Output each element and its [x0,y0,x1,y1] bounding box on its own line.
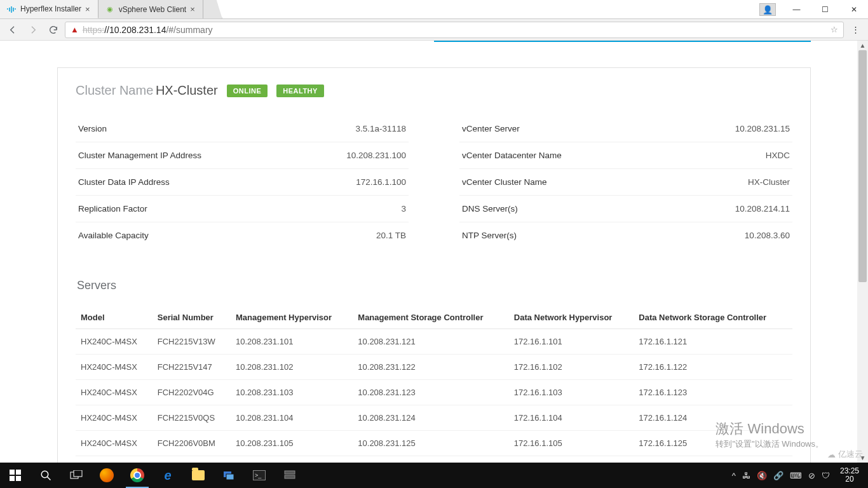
summary-row: NTP Server(s)10.208.3.60 [459,222,792,248]
block-icon[interactable]: ⊘ [808,471,815,480]
column-header: Management Storage Controller [353,306,509,329]
svg-rect-9 [226,474,234,480]
summary-row: Replication Factor3 [76,196,409,222]
scrollbar[interactable]: ▲ ▼ [857,41,868,463]
summary-column-right: vCenter Server10.208.231.15vCenter Datac… [459,116,792,248]
taskbar-app-2[interactable] [275,463,305,488]
table-row: HX240C-M4SXFCH2215V14710.208.231.10210.2… [76,355,792,380]
column-header: Data Network Hypervisor [509,306,634,329]
clock[interactable]: 23:25 20 [836,467,863,484]
cluster-label: Cluster Name HX-Cluster [76,83,218,98]
back-button[interactable] [4,21,22,39]
svg-rect-11 [285,475,295,478]
svg-rect-10 [285,471,295,474]
search-button[interactable] [31,463,61,488]
cisco-icon: ·ı|ı· [6,4,17,14]
system-tray[interactable]: ^ 🖧 🔇 🔗 ⌨ ⊘ 🛡 23:25 20 [727,467,868,484]
cell: 172.16.1.101 [509,329,634,355]
address-bar: ▲ https://10.208.231.14/#/summary ☆ ⋮ [0,19,868,41]
cell: 172.16.1.124 [634,405,792,431]
servers-heading: Servers [77,279,792,292]
taskbar-firefox[interactable] [92,463,122,488]
warning-icon: ▲ [71,25,79,34]
taskbar-explorer[interactable] [183,463,214,488]
summary-row: vCenter Server10.208.231.15 [459,116,792,142]
summary-key: DNS Server(s) [462,204,518,214]
cloud-icon: ☁ [827,450,836,459]
new-tab-button[interactable] [203,0,222,18]
cell: FCH2206V0BM [153,431,231,456]
forward-button[interactable] [24,21,42,39]
progress-indicator [434,41,811,42]
close-icon[interactable]: × [85,4,90,14]
cell: 172.16.1.122 [634,355,792,380]
cell: 172.16.1.123 [634,380,792,405]
summary-key: vCenter Datacenter Name [462,151,562,160]
health-badge: HEALTHY [276,85,324,97]
tab-vsphere[interactable]: ◉ vSphere Web Client × [98,0,203,18]
taskbar: e >_ ^ 🖧 🔇 🔗 ⌨ ⊘ 🛡 23:25 20 [0,463,868,488]
summary-column-left: Version3.5.1a-31118Cluster Management IP… [76,116,409,248]
link-icon[interactable]: 🔗 [773,471,783,480]
bookmark-icon[interactable]: ☆ [831,25,838,34]
cell: HX240C-M4SX [76,431,153,456]
cell: HX240C-M4SX [76,405,153,431]
close-icon[interactable]: × [190,4,195,14]
tab-hyperflex[interactable]: ·ı|ı· Hyperflex Installer × [0,0,98,18]
summary-row: Version3.5.1a-31118 [76,116,409,142]
cell: 10.208.231.123 [353,380,509,405]
summary-value: HX-Cluster [748,177,790,187]
network-icon[interactable]: 🖧 [742,471,750,480]
taskbar-app-1[interactable] [214,463,244,488]
cluster-header: Cluster Name HX-Cluster ONLINE HEALTHY [76,83,792,98]
scroll-up-icon[interactable]: ▲ [857,41,868,50]
cell: 10.208.231.101 [231,329,353,355]
ie-icon: e [164,468,171,483]
cell: 10.208.231.121 [353,329,509,355]
cell: 172.16.1.103 [509,380,634,405]
column-header: Serial Number [153,306,231,329]
summary-key: Replication Factor [78,204,147,214]
shield-icon[interactable]: 🛡 [822,471,830,480]
summary-value: 172.16.1.100 [356,177,406,187]
cell: 172.16.1.104 [509,405,634,431]
svg-line-5 [47,477,50,480]
summary-key: Available Capacity [78,231,149,240]
chevron-up-icon[interactable]: ^ [732,471,736,480]
keyboard-icon[interactable]: ⌨ [790,471,802,480]
column-header: Data Network Storage Controller [634,306,792,329]
window-controls: — ☐ ✕ [782,0,868,18]
scroll-thumb[interactable] [858,50,867,282]
summary-key: NTP Server(s) [462,231,517,240]
taskview-button[interactable] [61,463,92,488]
summary-value: 3 [401,204,406,214]
summary-value: 10.208.231.15 [735,124,790,133]
summary-value: 10.208.3.60 [745,231,790,240]
url-input[interactable]: ▲ https://10.208.231.14/#/summary ☆ [65,22,844,38]
summary-value: 3.5.1a-31118 [355,124,406,133]
cell: 10.208.231.105 [231,431,353,456]
start-button[interactable] [0,463,31,488]
minimize-button[interactable]: — [782,5,811,14]
cell: 10.208.231.125 [353,431,509,456]
column-header: Management Hypervisor [231,306,353,329]
reload-button[interactable] [44,21,62,39]
taskbar-chrome[interactable] [122,463,153,488]
summary-row: DNS Server(s)10.208.214.11 [459,196,792,222]
cell: 10.208.231.124 [353,405,509,431]
taskbar-ie[interactable]: e [153,463,183,488]
cell: FCH2215V13W [153,329,231,355]
maximize-button[interactable]: ☐ [811,5,839,14]
servers-table: ModelSerial NumberManagement HypervisorM… [76,306,792,456]
status-badge: ONLINE [227,85,268,97]
user-icon[interactable]: 👤 [759,3,776,16]
cell: FCH2215V0QS [153,405,231,431]
menu-button[interactable]: ⋮ [846,21,864,39]
close-button[interactable]: ✕ [839,5,868,14]
browser-tab-strip: ·ı|ı· Hyperflex Installer × ◉ vSphere We… [0,0,868,19]
taskbar-cmd[interactable]: >_ [244,463,275,488]
summary-key: vCenter Cluster Name [462,177,547,187]
volume-mute-icon[interactable]: 🔇 [757,471,767,480]
summary-value: 10.208.231.100 [346,151,406,160]
summary-row: Cluster Data IP Address172.16.1.100 [76,169,409,196]
